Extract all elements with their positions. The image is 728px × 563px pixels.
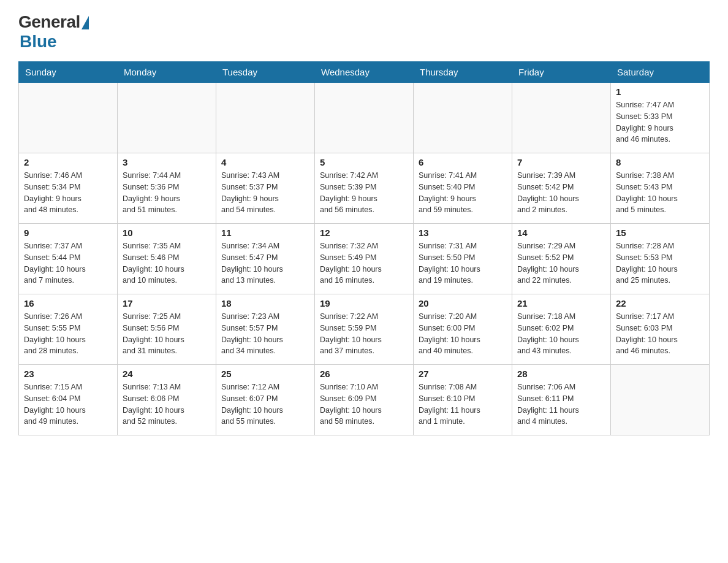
day-info: Sunrise: 7:10 AM Sunset: 6:09 PM Dayligh…: [320, 381, 408, 427]
calendar-day-cell: 20Sunrise: 7:20 AM Sunset: 6:00 PM Dayli…: [414, 294, 512, 365]
day-info: Sunrise: 7:12 AM Sunset: 6:07 PM Dayligh…: [221, 381, 309, 427]
day-number: 21: [517, 298, 605, 308]
calendar-day-cell: 2Sunrise: 7:46 AM Sunset: 5:34 PM Daylig…: [19, 153, 118, 224]
day-number: 12: [320, 228, 408, 238]
calendar-week-row: 9Sunrise: 7:37 AM Sunset: 5:44 PM Daylig…: [19, 224, 710, 294]
day-info: Sunrise: 7:08 AM Sunset: 6:10 PM Dayligh…: [419, 381, 507, 427]
logo-blue-text: Blue: [20, 32, 57, 52]
day-number: 1: [616, 86, 704, 97]
day-of-week-header: Thursday: [414, 62, 512, 83]
calendar-day-cell: 8Sunrise: 7:38 AM Sunset: 5:43 PM Daylig…: [611, 153, 710, 224]
day-info: Sunrise: 7:22 AM Sunset: 5:59 PM Dayligh…: [320, 311, 408, 357]
calendar-day-cell: 7Sunrise: 7:39 AM Sunset: 5:42 PM Daylig…: [512, 153, 611, 224]
calendar-day-cell: 1Sunrise: 7:47 AM Sunset: 5:33 PM Daylig…: [611, 83, 710, 153]
day-info: Sunrise: 7:32 AM Sunset: 5:49 PM Dayligh…: [320, 240, 408, 286]
day-info: Sunrise: 7:28 AM Sunset: 5:53 PM Dayligh…: [616, 240, 704, 286]
day-info: Sunrise: 7:18 AM Sunset: 6:02 PM Dayligh…: [517, 311, 605, 357]
day-info: Sunrise: 7:15 AM Sunset: 6:04 PM Dayligh…: [24, 381, 112, 427]
calendar-day-cell: 26Sunrise: 7:10 AM Sunset: 6:09 PM Dayli…: [315, 365, 414, 435]
day-info: Sunrise: 7:06 AM Sunset: 6:11 PM Dayligh…: [517, 381, 605, 427]
day-number: 25: [221, 369, 309, 379]
day-number: 26: [320, 369, 408, 379]
day-number: 28: [517, 369, 605, 379]
calendar-day-cell: 5Sunrise: 7:42 AM Sunset: 5:39 PM Daylig…: [315, 153, 414, 224]
logo-general-text: General: [18, 12, 80, 32]
day-number: 6: [419, 157, 507, 167]
calendar-day-cell: 9Sunrise: 7:37 AM Sunset: 5:44 PM Daylig…: [19, 224, 118, 294]
day-info: Sunrise: 7:31 AM Sunset: 5:50 PM Dayligh…: [419, 240, 507, 286]
day-number: 20: [419, 298, 507, 308]
day-number: 23: [24, 369, 112, 379]
calendar-table: SundayMondayTuesdayWednesdayThursdayFrid…: [18, 61, 710, 435]
calendar-day-cell: 10Sunrise: 7:35 AM Sunset: 5:46 PM Dayli…: [118, 224, 216, 294]
day-number: 22: [616, 298, 704, 308]
day-number: 17: [123, 298, 211, 308]
calendar-week-row: 16Sunrise: 7:26 AM Sunset: 5:55 PM Dayli…: [19, 294, 710, 365]
day-number: 2: [24, 157, 112, 167]
calendar-day-cell: 21Sunrise: 7:18 AM Sunset: 6:02 PM Dayli…: [512, 294, 611, 365]
calendar-day-cell: 13Sunrise: 7:31 AM Sunset: 5:50 PM Dayli…: [414, 224, 512, 294]
calendar-day-cell: 15Sunrise: 7:28 AM Sunset: 5:53 PM Dayli…: [611, 224, 710, 294]
day-number: 3: [123, 157, 211, 167]
day-of-week-header: Saturday: [611, 62, 710, 83]
calendar-day-cell: [512, 83, 611, 153]
day-number: 4: [221, 157, 309, 167]
day-info: Sunrise: 7:44 AM Sunset: 5:36 PM Dayligh…: [123, 170, 211, 216]
calendar-day-cell: 18Sunrise: 7:23 AM Sunset: 5:57 PM Dayli…: [216, 294, 315, 365]
day-info: Sunrise: 7:38 AM Sunset: 5:43 PM Dayligh…: [616, 170, 704, 216]
day-number: 5: [320, 157, 408, 167]
day-info: Sunrise: 7:17 AM Sunset: 6:03 PM Dayligh…: [616, 311, 704, 357]
calendar-day-cell: 14Sunrise: 7:29 AM Sunset: 5:52 PM Dayli…: [512, 224, 611, 294]
day-info: Sunrise: 7:13 AM Sunset: 6:06 PM Dayligh…: [123, 381, 211, 427]
day-info: Sunrise: 7:34 AM Sunset: 5:47 PM Dayligh…: [221, 240, 309, 286]
calendar-day-cell: 3Sunrise: 7:44 AM Sunset: 5:36 PM Daylig…: [118, 153, 216, 224]
calendar-day-cell: 19Sunrise: 7:22 AM Sunset: 5:59 PM Dayli…: [315, 294, 414, 365]
day-number: 13: [419, 228, 507, 238]
calendar-day-cell: 22Sunrise: 7:17 AM Sunset: 6:03 PM Dayli…: [611, 294, 710, 365]
logo: General Blue: [18, 12, 89, 52]
day-number: 7: [517, 157, 605, 167]
calendar-day-cell: [611, 365, 710, 435]
day-number: 15: [616, 228, 704, 238]
day-number: 8: [616, 157, 704, 167]
calendar-day-cell: 28Sunrise: 7:06 AM Sunset: 6:11 PM Dayli…: [512, 365, 611, 435]
calendar-week-row: 1Sunrise: 7:47 AM Sunset: 5:33 PM Daylig…: [19, 83, 710, 153]
day-number: 27: [419, 369, 507, 379]
calendar-day-cell: [216, 83, 315, 153]
calendar-day-cell: 25Sunrise: 7:12 AM Sunset: 6:07 PM Dayli…: [216, 365, 315, 435]
day-of-week-header: Tuesday: [216, 62, 315, 83]
calendar-day-cell: 23Sunrise: 7:15 AM Sunset: 6:04 PM Dayli…: [19, 365, 118, 435]
calendar-week-row: 23Sunrise: 7:15 AM Sunset: 6:04 PM Dayli…: [19, 365, 710, 435]
calendar-day-cell: [118, 83, 216, 153]
day-info: Sunrise: 7:29 AM Sunset: 5:52 PM Dayligh…: [517, 240, 605, 286]
calendar-day-cell: 27Sunrise: 7:08 AM Sunset: 6:10 PM Dayli…: [414, 365, 512, 435]
calendar-day-cell: 11Sunrise: 7:34 AM Sunset: 5:47 PM Dayli…: [216, 224, 315, 294]
calendar-day-cell: [19, 83, 118, 153]
day-info: Sunrise: 7:35 AM Sunset: 5:46 PM Dayligh…: [123, 240, 211, 286]
day-of-week-header: Monday: [118, 62, 216, 83]
calendar-day-cell: 12Sunrise: 7:32 AM Sunset: 5:49 PM Dayli…: [315, 224, 414, 294]
day-number: 14: [517, 228, 605, 238]
day-info: Sunrise: 7:43 AM Sunset: 5:37 PM Dayligh…: [221, 170, 309, 216]
day-number: 19: [320, 298, 408, 308]
day-number: 24: [123, 369, 211, 379]
calendar-day-cell: [414, 83, 512, 153]
calendar-day-cell: 16Sunrise: 7:26 AM Sunset: 5:55 PM Dayli…: [19, 294, 118, 365]
calendar-day-cell: 6Sunrise: 7:41 AM Sunset: 5:40 PM Daylig…: [414, 153, 512, 224]
day-number: 16: [24, 298, 112, 308]
day-info: Sunrise: 7:26 AM Sunset: 5:55 PM Dayligh…: [24, 311, 112, 357]
calendar-week-row: 2Sunrise: 7:46 AM Sunset: 5:34 PM Daylig…: [19, 153, 710, 224]
day-of-week-header: Friday: [512, 62, 611, 83]
day-of-week-header: Sunday: [19, 62, 118, 83]
calendar-day-cell: [315, 83, 414, 153]
day-info: Sunrise: 7:47 AM Sunset: 5:33 PM Dayligh…: [616, 99, 704, 145]
day-info: Sunrise: 7:41 AM Sunset: 5:40 PM Dayligh…: [419, 170, 507, 216]
calendar-header-row: SundayMondayTuesdayWednesdayThursdayFrid…: [19, 62, 710, 83]
day-number: 10: [123, 228, 211, 238]
day-info: Sunrise: 7:46 AM Sunset: 5:34 PM Dayligh…: [24, 170, 112, 216]
day-number: 18: [221, 298, 309, 308]
page-header: General Blue: [18, 12, 710, 52]
day-info: Sunrise: 7:25 AM Sunset: 5:56 PM Dayligh…: [123, 311, 211, 357]
logo-triangle-icon: [82, 16, 89, 29]
day-number: 9: [24, 228, 112, 238]
